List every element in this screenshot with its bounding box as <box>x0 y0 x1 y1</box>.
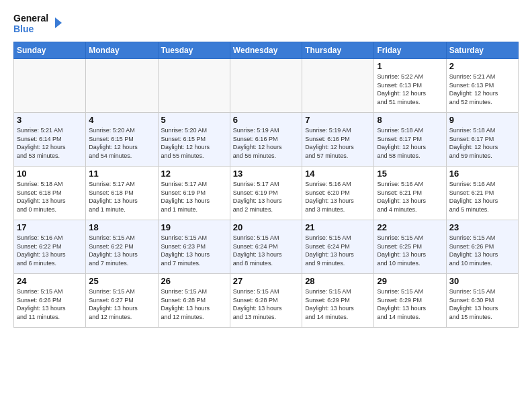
weekday-header-saturday: Saturday <box>446 42 518 59</box>
day-number: 5 <box>161 115 227 125</box>
day-info: Sunrise: 5:15 AMSunset: 6:28 PMDaylight:… <box>161 287 227 321</box>
calendar-cell: 2Sunrise: 5:21 AMSunset: 6:13 PMDaylight… <box>446 59 518 113</box>
day-info: Sunrise: 5:15 AMSunset: 6:25 PMDaylight:… <box>377 234 443 267</box>
calendar-cell: 15Sunrise: 5:16 AMSunset: 6:21 PMDayligh… <box>374 167 446 220</box>
calendar-cell: 17Sunrise: 5:16 AMSunset: 6:22 PMDayligh… <box>14 220 86 274</box>
day-number: 9 <box>449 115 515 125</box>
week-row-1: 1Sunrise: 5:22 AMSunset: 6:13 PMDaylight… <box>14 59 519 113</box>
day-info: Sunrise: 5:17 AMSunset: 6:19 PMDaylight:… <box>161 180 227 214</box>
day-number: 20 <box>233 222 299 232</box>
day-number: 26 <box>161 276 227 286</box>
day-info: Sunrise: 5:16 AMSunset: 6:20 PMDaylight:… <box>305 180 371 214</box>
calendar-cell: 1Sunrise: 5:22 AMSunset: 6:13 PMDaylight… <box>374 59 446 113</box>
day-number: 13 <box>233 169 299 179</box>
day-number: 25 <box>89 276 154 286</box>
day-number: 1 <box>377 61 443 71</box>
calendar-cell: 13Sunrise: 5:17 AMSunset: 6:19 PMDayligh… <box>230 167 302 220</box>
day-info: Sunrise: 5:17 AMSunset: 6:18 PMDaylight:… <box>89 180 154 214</box>
day-number: 12 <box>161 169 227 179</box>
weekday-header-wednesday: Wednesday <box>230 42 302 59</box>
day-number: 17 <box>17 222 83 232</box>
logo: GeneralBlue <box>13 11 67 35</box>
calendar-cell: 19Sunrise: 5:15 AMSunset: 6:23 PMDayligh… <box>158 220 230 274</box>
calendar-cell: 21Sunrise: 5:15 AMSunset: 6:24 PMDayligh… <box>302 220 374 274</box>
calendar-cell: 5Sunrise: 5:20 AMSunset: 6:15 PMDaylight… <box>158 113 230 167</box>
logo-svg: GeneralBlue <box>13 11 67 35</box>
calendar-cell: 28Sunrise: 5:15 AMSunset: 6:29 PMDayligh… <box>302 274 374 328</box>
calendar-cell: 18Sunrise: 5:15 AMSunset: 6:22 PMDayligh… <box>86 220 158 274</box>
calendar-cell: 11Sunrise: 5:17 AMSunset: 6:18 PMDayligh… <box>86 167 158 220</box>
calendar-cell: 20Sunrise: 5:15 AMSunset: 6:24 PMDayligh… <box>230 220 302 274</box>
weekday-header-row: SundayMondayTuesdayWednesdayThursdayFrid… <box>14 42 519 59</box>
day-info: Sunrise: 5:15 AMSunset: 6:22 PMDaylight:… <box>89 234 154 267</box>
calendar-page: GeneralBlue SundayMondayTuesdayWednesday… <box>0 0 532 411</box>
week-row-2: 3Sunrise: 5:21 AMSunset: 6:14 PMDaylight… <box>14 113 519 167</box>
day-number: 10 <box>17 169 83 179</box>
day-info: Sunrise: 5:15 AMSunset: 6:28 PMDaylight:… <box>233 287 299 321</box>
day-number: 11 <box>89 169 154 179</box>
day-info: Sunrise: 5:15 AMSunset: 6:29 PMDaylight:… <box>377 287 443 321</box>
day-info: Sunrise: 5:21 AMSunset: 6:13 PMDaylight:… <box>449 73 515 106</box>
calendar-cell: 3Sunrise: 5:21 AMSunset: 6:14 PMDaylight… <box>14 113 86 167</box>
calendar-cell: 16Sunrise: 5:16 AMSunset: 6:21 PMDayligh… <box>446 167 518 220</box>
day-number: 19 <box>161 222 227 232</box>
day-info: Sunrise: 5:15 AMSunset: 6:24 PMDaylight:… <box>305 234 371 267</box>
weekday-header-friday: Friday <box>374 42 446 59</box>
day-info: Sunrise: 5:18 AMSunset: 6:18 PMDaylight:… <box>17 180 83 214</box>
day-number: 15 <box>377 169 443 179</box>
day-number: 4 <box>89 115 154 125</box>
day-number: 16 <box>449 169 515 179</box>
day-info: Sunrise: 5:18 AMSunset: 6:17 PMDaylight:… <box>377 126 443 160</box>
weekday-header-thursday: Thursday <box>302 42 374 59</box>
day-number: 24 <box>17 276 83 286</box>
calendar-cell: 27Sunrise: 5:15 AMSunset: 6:28 PMDayligh… <box>230 274 302 328</box>
calendar-cell <box>86 59 158 113</box>
day-info: Sunrise: 5:15 AMSunset: 6:26 PMDaylight:… <box>17 287 83 321</box>
day-number: 27 <box>233 276 299 286</box>
day-info: Sunrise: 5:16 AMSunset: 6:21 PMDaylight:… <box>377 180 443 214</box>
calendar-cell: 22Sunrise: 5:15 AMSunset: 6:25 PMDayligh… <box>374 220 446 274</box>
calendar-cell: 23Sunrise: 5:15 AMSunset: 6:26 PMDayligh… <box>446 220 518 274</box>
day-number: 21 <box>305 222 371 232</box>
day-number: 3 <box>17 115 83 125</box>
svg-marker-2 <box>55 17 62 28</box>
calendar-cell: 12Sunrise: 5:17 AMSunset: 6:19 PMDayligh… <box>158 167 230 220</box>
weekday-header-sunday: Sunday <box>14 42 86 59</box>
day-info: Sunrise: 5:22 AMSunset: 6:13 PMDaylight:… <box>377 73 443 106</box>
day-number: 2 <box>449 61 515 71</box>
day-info: Sunrise: 5:15 AMSunset: 6:30 PMDaylight:… <box>449 287 515 321</box>
calendar-cell: 4Sunrise: 5:20 AMSunset: 6:15 PMDaylight… <box>86 113 158 167</box>
calendar-cell <box>158 59 230 113</box>
week-row-4: 17Sunrise: 5:16 AMSunset: 6:22 PMDayligh… <box>14 220 519 274</box>
calendar-cell: 25Sunrise: 5:15 AMSunset: 6:27 PMDayligh… <box>86 274 158 328</box>
day-info: Sunrise: 5:15 AMSunset: 6:27 PMDaylight:… <box>89 287 154 321</box>
calendar-cell: 29Sunrise: 5:15 AMSunset: 6:29 PMDayligh… <box>374 274 446 328</box>
week-row-5: 24Sunrise: 5:15 AMSunset: 6:26 PMDayligh… <box>14 274 519 328</box>
calendar-cell <box>14 59 86 113</box>
day-number: 6 <box>233 115 299 125</box>
calendar-table: SundayMondayTuesdayWednesdayThursdayFrid… <box>13 42 519 328</box>
day-info: Sunrise: 5:20 AMSunset: 6:15 PMDaylight:… <box>161 126 227 160</box>
weekday-header-tuesday: Tuesday <box>158 42 230 59</box>
day-info: Sunrise: 5:19 AMSunset: 6:16 PMDaylight:… <box>305 126 371 160</box>
calendar-cell: 30Sunrise: 5:15 AMSunset: 6:30 PMDayligh… <box>446 274 518 328</box>
day-info: Sunrise: 5:18 AMSunset: 6:17 PMDaylight:… <box>449 126 515 160</box>
weekday-header-monday: Monday <box>86 42 158 59</box>
calendar-cell: 9Sunrise: 5:18 AMSunset: 6:17 PMDaylight… <box>446 113 518 167</box>
calendar-cell: 7Sunrise: 5:19 AMSunset: 6:16 PMDaylight… <box>302 113 374 167</box>
day-info: Sunrise: 5:17 AMSunset: 6:19 PMDaylight:… <box>233 180 299 214</box>
calendar-cell: 26Sunrise: 5:15 AMSunset: 6:28 PMDayligh… <box>158 274 230 328</box>
day-info: Sunrise: 5:20 AMSunset: 6:15 PMDaylight:… <box>89 126 154 160</box>
day-info: Sunrise: 5:15 AMSunset: 6:23 PMDaylight:… <box>161 234 227 267</box>
day-number: 8 <box>377 115 443 125</box>
day-info: Sunrise: 5:15 AMSunset: 6:29 PMDaylight:… <box>305 287 371 321</box>
calendar-cell <box>230 59 302 113</box>
calendar-cell: 6Sunrise: 5:19 AMSunset: 6:16 PMDaylight… <box>230 113 302 167</box>
svg-text:Blue: Blue <box>13 24 34 34</box>
day-info: Sunrise: 5:16 AMSunset: 6:22 PMDaylight:… <box>17 234 83 267</box>
day-info: Sunrise: 5:15 AMSunset: 6:24 PMDaylight:… <box>233 234 299 267</box>
day-number: 28 <box>305 276 371 286</box>
calendar-cell: 14Sunrise: 5:16 AMSunset: 6:20 PMDayligh… <box>302 167 374 220</box>
day-number: 29 <box>377 276 443 286</box>
calendar-cell: 10Sunrise: 5:18 AMSunset: 6:18 PMDayligh… <box>14 167 86 220</box>
